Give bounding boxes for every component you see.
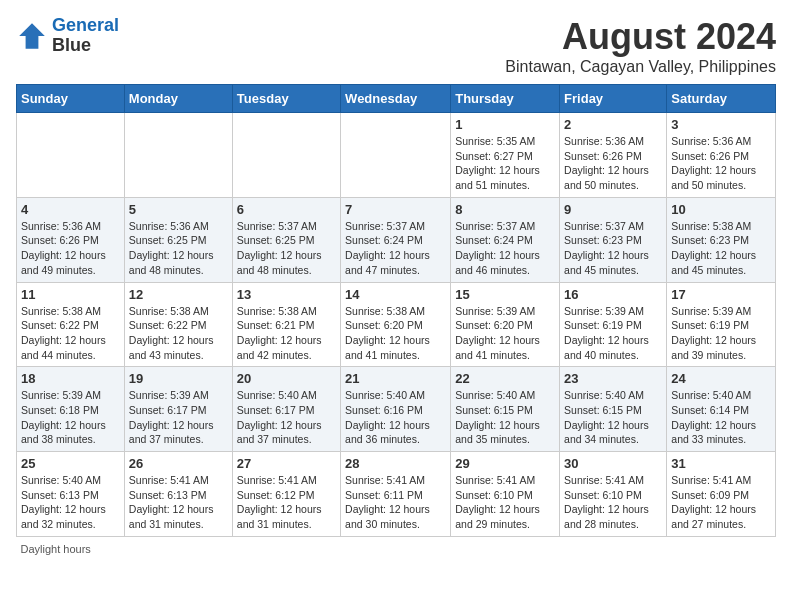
day-number: 30 bbox=[564, 456, 662, 471]
day-number: 18 bbox=[21, 371, 120, 386]
day-info: Sunrise: 5:41 AM Sunset: 6:13 PM Dayligh… bbox=[129, 473, 228, 532]
calendar-cell: 10Sunrise: 5:38 AM Sunset: 6:23 PM Dayli… bbox=[667, 197, 776, 282]
week-row-1: 1Sunrise: 5:35 AM Sunset: 6:27 PM Daylig… bbox=[17, 113, 776, 198]
day-info: Sunrise: 5:37 AM Sunset: 6:24 PM Dayligh… bbox=[345, 219, 446, 278]
calendar-cell: 31Sunrise: 5:41 AM Sunset: 6:09 PM Dayli… bbox=[667, 452, 776, 537]
svg-marker-0 bbox=[19, 23, 45, 49]
day-info: Sunrise: 5:40 AM Sunset: 6:14 PM Dayligh… bbox=[671, 388, 771, 447]
day-number: 24 bbox=[671, 371, 771, 386]
calendar-cell: 28Sunrise: 5:41 AM Sunset: 6:11 PM Dayli… bbox=[341, 452, 451, 537]
calendar-cell: 19Sunrise: 5:39 AM Sunset: 6:17 PM Dayli… bbox=[124, 367, 232, 452]
day-info: Sunrise: 5:41 AM Sunset: 6:11 PM Dayligh… bbox=[345, 473, 446, 532]
calendar-cell: 2Sunrise: 5:36 AM Sunset: 6:26 PM Daylig… bbox=[560, 113, 667, 198]
calendar-cell: 1Sunrise: 5:35 AM Sunset: 6:27 PM Daylig… bbox=[451, 113, 560, 198]
day-number: 7 bbox=[345, 202, 446, 217]
calendar-cell bbox=[17, 113, 125, 198]
calendar-cell: 5Sunrise: 5:36 AM Sunset: 6:25 PM Daylig… bbox=[124, 197, 232, 282]
day-info: Sunrise: 5:39 AM Sunset: 6:19 PM Dayligh… bbox=[671, 304, 771, 363]
day-info: Sunrise: 5:36 AM Sunset: 6:25 PM Dayligh… bbox=[129, 219, 228, 278]
header-cell-friday: Friday bbox=[560, 85, 667, 113]
calendar-cell: 3Sunrise: 5:36 AM Sunset: 6:26 PM Daylig… bbox=[667, 113, 776, 198]
day-number: 15 bbox=[455, 287, 555, 302]
footer-row: Daylight hours bbox=[17, 536, 776, 561]
calendar-cell: 20Sunrise: 5:40 AM Sunset: 6:17 PM Dayli… bbox=[232, 367, 340, 452]
day-number: 23 bbox=[564, 371, 662, 386]
day-info: Sunrise: 5:36 AM Sunset: 6:26 PM Dayligh… bbox=[21, 219, 120, 278]
calendar-cell: 4Sunrise: 5:36 AM Sunset: 6:26 PM Daylig… bbox=[17, 197, 125, 282]
month-year: August 2024 bbox=[505, 16, 776, 58]
day-info: Sunrise: 5:40 AM Sunset: 6:16 PM Dayligh… bbox=[345, 388, 446, 447]
day-number: 1 bbox=[455, 117, 555, 132]
calendar-cell bbox=[124, 113, 232, 198]
header-cell-sunday: Sunday bbox=[17, 85, 125, 113]
calendar-cell: 18Sunrise: 5:39 AM Sunset: 6:18 PM Dayli… bbox=[17, 367, 125, 452]
day-info: Sunrise: 5:39 AM Sunset: 6:19 PM Dayligh… bbox=[564, 304, 662, 363]
day-number: 11 bbox=[21, 287, 120, 302]
header-cell-saturday: Saturday bbox=[667, 85, 776, 113]
calendar-cell: 16Sunrise: 5:39 AM Sunset: 6:19 PM Dayli… bbox=[560, 282, 667, 367]
week-row-5: 25Sunrise: 5:40 AM Sunset: 6:13 PM Dayli… bbox=[17, 452, 776, 537]
calendar-cell: 13Sunrise: 5:38 AM Sunset: 6:21 PM Dayli… bbox=[232, 282, 340, 367]
day-info: Sunrise: 5:36 AM Sunset: 6:26 PM Dayligh… bbox=[671, 134, 771, 193]
day-info: Sunrise: 5:39 AM Sunset: 6:20 PM Dayligh… bbox=[455, 304, 555, 363]
day-info: Sunrise: 5:41 AM Sunset: 6:09 PM Dayligh… bbox=[671, 473, 771, 532]
day-number: 20 bbox=[237, 371, 336, 386]
calendar-table: SundayMondayTuesdayWednesdayThursdayFrid… bbox=[16, 84, 776, 561]
day-info: Sunrise: 5:39 AM Sunset: 6:18 PM Dayligh… bbox=[21, 388, 120, 447]
day-info: Sunrise: 5:41 AM Sunset: 6:10 PM Dayligh… bbox=[564, 473, 662, 532]
day-info: Sunrise: 5:40 AM Sunset: 6:15 PM Dayligh… bbox=[564, 388, 662, 447]
logo-text: General Blue bbox=[52, 16, 119, 56]
logo-icon bbox=[16, 20, 48, 52]
day-number: 22 bbox=[455, 371, 555, 386]
footer-text: Daylight hours bbox=[17, 536, 776, 561]
day-number: 25 bbox=[21, 456, 120, 471]
calendar-cell: 11Sunrise: 5:38 AM Sunset: 6:22 PM Dayli… bbox=[17, 282, 125, 367]
day-info: Sunrise: 5:38 AM Sunset: 6:22 PM Dayligh… bbox=[21, 304, 120, 363]
week-row-2: 4Sunrise: 5:36 AM Sunset: 6:26 PM Daylig… bbox=[17, 197, 776, 282]
day-info: Sunrise: 5:37 AM Sunset: 6:25 PM Dayligh… bbox=[237, 219, 336, 278]
calendar-cell: 30Sunrise: 5:41 AM Sunset: 6:10 PM Dayli… bbox=[560, 452, 667, 537]
header-cell-tuesday: Tuesday bbox=[232, 85, 340, 113]
day-number: 16 bbox=[564, 287, 662, 302]
day-number: 6 bbox=[237, 202, 336, 217]
day-number: 26 bbox=[129, 456, 228, 471]
day-number: 10 bbox=[671, 202, 771, 217]
day-number: 2 bbox=[564, 117, 662, 132]
day-number: 19 bbox=[129, 371, 228, 386]
day-number: 29 bbox=[455, 456, 555, 471]
day-info: Sunrise: 5:41 AM Sunset: 6:12 PM Dayligh… bbox=[237, 473, 336, 532]
calendar-cell: 15Sunrise: 5:39 AM Sunset: 6:20 PM Dayli… bbox=[451, 282, 560, 367]
day-number: 5 bbox=[129, 202, 228, 217]
day-info: Sunrise: 5:38 AM Sunset: 6:22 PM Dayligh… bbox=[129, 304, 228, 363]
calendar-cell: 23Sunrise: 5:40 AM Sunset: 6:15 PM Dayli… bbox=[560, 367, 667, 452]
header-cell-thursday: Thursday bbox=[451, 85, 560, 113]
day-number: 27 bbox=[237, 456, 336, 471]
day-info: Sunrise: 5:35 AM Sunset: 6:27 PM Dayligh… bbox=[455, 134, 555, 193]
day-number: 13 bbox=[237, 287, 336, 302]
day-number: 31 bbox=[671, 456, 771, 471]
calendar-cell bbox=[232, 113, 340, 198]
day-info: Sunrise: 5:38 AM Sunset: 6:21 PM Dayligh… bbox=[237, 304, 336, 363]
day-number: 14 bbox=[345, 287, 446, 302]
calendar-cell: 29Sunrise: 5:41 AM Sunset: 6:10 PM Dayli… bbox=[451, 452, 560, 537]
day-info: Sunrise: 5:39 AM Sunset: 6:17 PM Dayligh… bbox=[129, 388, 228, 447]
day-info: Sunrise: 5:40 AM Sunset: 6:15 PM Dayligh… bbox=[455, 388, 555, 447]
page-header: General Blue August 2024 Bintawan, Cagay… bbox=[16, 16, 776, 76]
day-number: 9 bbox=[564, 202, 662, 217]
calendar-cell: 26Sunrise: 5:41 AM Sunset: 6:13 PM Dayli… bbox=[124, 452, 232, 537]
day-number: 17 bbox=[671, 287, 771, 302]
calendar-cell: 12Sunrise: 5:38 AM Sunset: 6:22 PM Dayli… bbox=[124, 282, 232, 367]
day-info: Sunrise: 5:40 AM Sunset: 6:13 PM Dayligh… bbox=[21, 473, 120, 532]
calendar-cell bbox=[341, 113, 451, 198]
day-info: Sunrise: 5:38 AM Sunset: 6:20 PM Dayligh… bbox=[345, 304, 446, 363]
day-number: 21 bbox=[345, 371, 446, 386]
calendar-cell: 7Sunrise: 5:37 AM Sunset: 6:24 PM Daylig… bbox=[341, 197, 451, 282]
day-info: Sunrise: 5:40 AM Sunset: 6:17 PM Dayligh… bbox=[237, 388, 336, 447]
day-info: Sunrise: 5:38 AM Sunset: 6:23 PM Dayligh… bbox=[671, 219, 771, 278]
calendar-cell: 24Sunrise: 5:40 AM Sunset: 6:14 PM Dayli… bbox=[667, 367, 776, 452]
day-info: Sunrise: 5:37 AM Sunset: 6:23 PM Dayligh… bbox=[564, 219, 662, 278]
header-cell-wednesday: Wednesday bbox=[341, 85, 451, 113]
day-number: 3 bbox=[671, 117, 771, 132]
calendar-cell: 14Sunrise: 5:38 AM Sunset: 6:20 PM Dayli… bbox=[341, 282, 451, 367]
calendar-cell: 22Sunrise: 5:40 AM Sunset: 6:15 PM Dayli… bbox=[451, 367, 560, 452]
